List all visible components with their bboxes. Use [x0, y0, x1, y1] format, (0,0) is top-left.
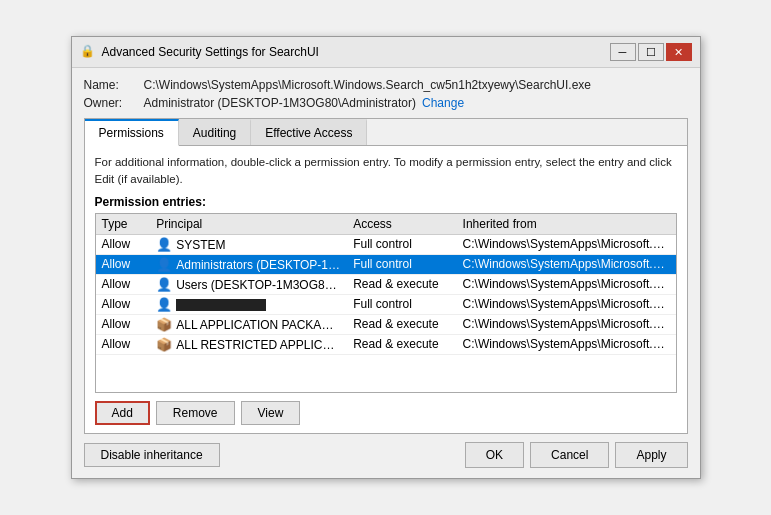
cell-principal: 👤Users (DESKTOP-1M3OG80\Users) [150, 274, 347, 294]
cell-principal: 📦ALL APPLICATION PACKAGES [150, 314, 347, 334]
tab-auditing[interactable]: Auditing [179, 119, 251, 145]
cell-type: Allow [96, 274, 151, 294]
view-button[interactable]: View [241, 401, 301, 425]
cell-principal: 👤Administrators (DESKTOP-1M3OG80\Admi... [150, 254, 347, 274]
cancel-button[interactable]: Cancel [530, 442, 609, 468]
name-label: Name: [84, 78, 144, 92]
tabs-header: Permissions Auditing Effective Access [85, 119, 687, 146]
cell-type: Allow [96, 254, 151, 274]
col-header-inherited: Inherited from [457, 214, 676, 235]
cell-type: Allow [96, 334, 151, 354]
table-row[interactable]: Allow👤Administrators (DESKTOP-1M3OG80\Ad… [96, 254, 676, 274]
table-row[interactable]: Allow📦ALL RESTRICTED APPLICATION PACKAGE… [96, 334, 676, 354]
cell-access: Full control [347, 294, 456, 314]
window-icon: 🔒 [80, 44, 96, 60]
col-header-type: Type [96, 214, 151, 235]
main-window: 🔒 Advanced Security Settings for SearchU… [71, 36, 701, 478]
user-icon: 👤 [156, 277, 172, 292]
table-row[interactable]: Allow📦ALL APPLICATION PACKAGESRead & exe… [96, 314, 676, 334]
app-icon: 📦 [156, 337, 172, 352]
dialog-buttons: OK Cancel Apply [465, 442, 688, 468]
cell-principal: 👤 [150, 294, 347, 314]
tabs-container: Permissions Auditing Effective Access Fo… [84, 118, 688, 433]
maximize-button[interactable]: ☐ [638, 43, 664, 61]
table-row[interactable]: Allow👤Users (DESKTOP-1M3OG80\Users)Read … [96, 274, 676, 294]
user-icon: 👤 [156, 237, 172, 252]
apply-button[interactable]: Apply [615, 442, 687, 468]
title-bar: 🔒 Advanced Security Settings for SearchU… [72, 37, 700, 68]
cell-access: Full control [347, 254, 456, 274]
cell-access: Read & execute [347, 334, 456, 354]
col-header-principal: Principal [150, 214, 347, 235]
cell-inherited: C:\Windows\SystemApps\Microsoft.Windo... [457, 234, 676, 254]
tab-content-permissions: For additional information, double-click… [85, 146, 687, 432]
cell-access: Read & execute [347, 274, 456, 294]
cell-principal: 📦ALL RESTRICTED APPLICATION PACKAGES [150, 334, 347, 354]
cell-type: Allow [96, 294, 151, 314]
permission-table: Type Principal Access Inherited from All… [96, 214, 676, 355]
user-icon: 👤 [156, 297, 172, 312]
cell-inherited: C:\Windows\SystemApps\Microsoft.Windo... [457, 294, 676, 314]
name-row: Name: C:\Windows\SystemApps\Microsoft.Wi… [84, 78, 688, 92]
cell-inherited: C:\Windows\SystemApps\Microsoft.Windo... [457, 254, 676, 274]
table-row[interactable]: Allow👤Full controlC:\Windows\SystemApps\… [96, 294, 676, 314]
ok-button[interactable]: OK [465, 442, 524, 468]
cell-access: Full control [347, 234, 456, 254]
change-link[interactable]: Change [422, 96, 464, 110]
footer-left: Disable inheritance [84, 443, 220, 467]
cell-type: Allow [96, 314, 151, 334]
user-icon: 👤 [156, 257, 172, 272]
table-header-row: Type Principal Access Inherited from [96, 214, 676, 235]
name-value: C:\Windows\SystemApps\Microsoft.Windows.… [144, 78, 592, 92]
disable-inheritance-button[interactable]: Disable inheritance [84, 443, 220, 467]
window-title: Advanced Security Settings for SearchUI [102, 45, 319, 59]
cell-inherited: C:\Windows\SystemApps\Microsoft.Windo... [457, 334, 676, 354]
cell-access: Read & execute [347, 314, 456, 334]
cell-inherited: C:\Windows\SystemApps\Microsoft.Windo... [457, 314, 676, 334]
table-action-buttons: Add Remove View [95, 401, 677, 425]
minimize-button[interactable]: ─ [610, 43, 636, 61]
info-text: For additional information, double-click… [95, 154, 677, 186]
add-button[interactable]: Add [95, 401, 150, 425]
close-button[interactable]: ✕ [666, 43, 692, 61]
redacted-principal [176, 299, 266, 311]
footer-row: Disable inheritance OK Cancel Apply [84, 442, 688, 468]
tab-permissions[interactable]: Permissions [85, 119, 179, 146]
cell-inherited: C:\Windows\SystemApps\Microsoft.Windo... [457, 274, 676, 294]
col-header-access: Access [347, 214, 456, 235]
tab-effective-access[interactable]: Effective Access [251, 119, 367, 145]
window-body: Name: C:\Windows\SystemApps\Microsoft.Wi… [72, 68, 700, 477]
owner-label: Owner: [84, 96, 144, 110]
app-icon: 📦 [156, 317, 172, 332]
owner-value: Administrator (DESKTOP-1M3OG80\Administr… [144, 96, 417, 110]
window-controls: ─ ☐ ✕ [610, 43, 692, 61]
cell-principal: 👤SYSTEM [150, 234, 347, 254]
remove-button[interactable]: Remove [156, 401, 235, 425]
table-row[interactable]: Allow👤SYSTEMFull controlC:\Windows\Syste… [96, 234, 676, 254]
entries-label: Permission entries: [95, 195, 677, 209]
cell-type: Allow [96, 234, 151, 254]
permission-table-container[interactable]: Type Principal Access Inherited from All… [95, 213, 677, 393]
owner-row: Owner: Administrator (DESKTOP-1M3OG80\Ad… [84, 96, 688, 110]
